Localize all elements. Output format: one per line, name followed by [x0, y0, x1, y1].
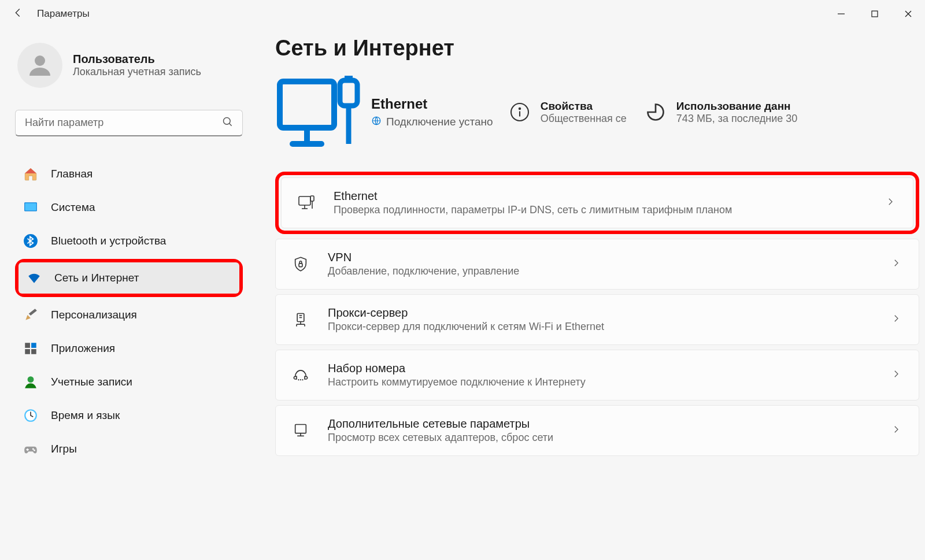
- close-button[interactable]: [891, 2, 925, 25]
- card-vpn[interactable]: VPN Добавление, подключение, управление: [275, 239, 919, 290]
- sidebar-item-system[interactable]: Система: [15, 192, 243, 223]
- card-proxy[interactable]: Прокси-сервер Прокси-сервер для подключе…: [275, 294, 919, 345]
- sidebar-item-label: Персонализация: [51, 309, 137, 321]
- window-title: Параметры: [37, 8, 90, 20]
- sidebar-item-bluetooth[interactable]: Bluetooth и устройства: [15, 225, 243, 257]
- back-button[interactable]: [12, 6, 24, 21]
- search-icon: [222, 116, 234, 130]
- card-subtitle: Просмотр всех сетевых адаптеров, сброс с…: [328, 432, 872, 444]
- chevron-right-icon: [885, 196, 896, 209]
- sidebar-item-label: Приложения: [51, 342, 115, 355]
- nav-list: Главная Система Bluetooth и устройства: [15, 158, 243, 465]
- card-title: Набор номера: [328, 362, 872, 375]
- card-subtitle: Проверка подлинности, параметры IP-и DNS…: [334, 204, 867, 216]
- chevron-right-icon: [891, 369, 901, 381]
- data-usage-icon: [643, 99, 668, 125]
- data-usage-block[interactable]: Использование данн 743 МБ, за последние …: [643, 99, 798, 125]
- sidebar: Пользователь Локальная учетная запись Гл…: [0, 28, 254, 560]
- bluetooth-icon: [23, 233, 38, 249]
- apps-icon: [23, 341, 38, 356]
- svg-point-4: [35, 55, 45, 66]
- settings-cards: Ethernet Проверка подлинности, параметры…: [275, 172, 925, 456]
- user-subtitle: Локальная учетная запись: [73, 66, 201, 78]
- user-block[interactable]: Пользователь Локальная учетная запись: [15, 43, 243, 88]
- sidebar-item-home[interactable]: Главная: [15, 158, 243, 190]
- maximize-button[interactable]: [858, 2, 891, 25]
- user-name: Пользователь: [73, 53, 201, 66]
- card-subtitle: Прокси-сервер для подключений к сетям Wi…: [328, 321, 872, 333]
- sidebar-item-label: Учетные записи: [51, 376, 132, 388]
- highlight-card-ethernet: Ethernet Проверка подлинности, параметры…: [275, 172, 919, 234]
- sidebar-item-network[interactable]: Сеть и Интернет: [18, 262, 239, 294]
- sidebar-item-label: Время и язык: [51, 409, 120, 422]
- system-icon: [23, 200, 38, 215]
- chevron-right-icon: [891, 258, 901, 270]
- sidebar-item-label: Сеть и Интернет: [54, 272, 139, 284]
- chevron-right-icon: [891, 313, 901, 326]
- main-content: Сеть и Интернет Ethern: [254, 28, 925, 560]
- sidebar-item-label: Bluetooth и устройства: [51, 235, 166, 247]
- card-title: Прокси-сервер: [328, 306, 872, 320]
- sidebar-item-apps[interactable]: Приложения: [15, 333, 243, 364]
- ethernet-icon: [298, 194, 315, 212]
- page-title: Сеть и Интернет: [275, 36, 925, 61]
- card-dialup[interactable]: Набор номера Настроить коммутируемое под…: [275, 350, 919, 400]
- card-subtitle: Добавление, подключение, управление: [328, 265, 872, 277]
- sidebar-item-label: Система: [51, 201, 95, 214]
- games-icon: [23, 442, 38, 457]
- svg-point-18: [34, 450, 35, 451]
- svg-line-6: [230, 124, 232, 126]
- sidebar-item-gaming[interactable]: Игры: [15, 433, 243, 465]
- data-usage-title: Использование данн: [676, 100, 798, 113]
- svg-point-14: [28, 376, 34, 383]
- data-usage-sub: 743 МБ, за последние 30: [676, 113, 798, 125]
- svg-rect-12: [25, 349, 30, 354]
- connection-status: Подключение устано: [371, 116, 493, 129]
- svg-rect-22: [340, 80, 357, 106]
- network-status-row: Ethernet Подключение устано: [275, 75, 925, 150]
- search-input[interactable]: [15, 110, 243, 136]
- svg-rect-45: [295, 425, 306, 433]
- card-title: Ethernet: [334, 190, 867, 203]
- ethernet-large-icon: [275, 75, 362, 150]
- titlebar: Параметры: [0, 0, 925, 28]
- dialup-icon: [292, 366, 309, 384]
- sidebar-item-label: Главная: [51, 168, 92, 180]
- sidebar-item-personalization[interactable]: Персонализация: [15, 299, 243, 331]
- svg-rect-32: [310, 196, 314, 201]
- svg-rect-1: [872, 11, 878, 17]
- svg-rect-8: [25, 203, 36, 210]
- time-icon: [23, 408, 38, 423]
- globe-icon: [371, 116, 382, 129]
- sidebar-item-accounts[interactable]: Учетные записи: [15, 366, 243, 398]
- card-title: VPN: [328, 251, 872, 264]
- sidebar-item-label: Игры: [51, 443, 77, 455]
- svg-point-17: [32, 448, 34, 450]
- svg-rect-23: [345, 76, 353, 81]
- card-subtitle: Настроить коммутируемое подключение к Ин…: [328, 376, 872, 388]
- properties-sub: Общественная се: [541, 113, 627, 125]
- info-icon: [507, 99, 532, 125]
- properties-block[interactable]: Свойства Общественная се: [507, 99, 627, 125]
- sidebar-item-time[interactable]: Время и язык: [15, 400, 243, 431]
- svg-point-5: [224, 118, 231, 125]
- vpn-icon: [292, 255, 309, 273]
- svg-rect-11: [31, 343, 36, 348]
- chevron-right-icon: [891, 424, 901, 437]
- card-advanced-network[interactable]: Дополнительные сетевые параметры Просмот…: [275, 405, 919, 456]
- minimize-button[interactable]: [824, 2, 858, 25]
- svg-rect-29: [299, 196, 310, 205]
- home-icon: [23, 166, 38, 181]
- card-ethernet[interactable]: Ethernet Проверка подлинности, параметры…: [281, 177, 913, 228]
- card-title: Дополнительные сетевые параметры: [328, 417, 872, 431]
- proxy-icon: [292, 311, 309, 328]
- connection-title: Ethernet: [371, 96, 493, 112]
- wifi-icon: [27, 270, 42, 285]
- svg-rect-13: [31, 349, 36, 354]
- svg-rect-10: [25, 343, 30, 348]
- svg-rect-19: [280, 81, 334, 128]
- highlight-sidebar-network: Сеть и Интернет: [15, 259, 243, 297]
- advanced-network-icon: [292, 422, 309, 439]
- brush-icon: [23, 307, 38, 322]
- svg-point-27: [519, 108, 520, 109]
